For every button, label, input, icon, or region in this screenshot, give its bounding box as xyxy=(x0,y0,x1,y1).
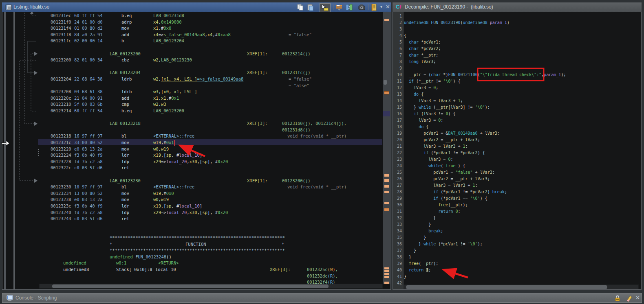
decompiler-line[interactable]: long lVar3; xyxy=(404,59,436,64)
toolbar-separator xyxy=(368,4,368,10)
toolbar-separator xyxy=(333,4,333,10)
decompiler-line[interactable]: if (*pcVar1 != *pcVar2) break; xyxy=(404,189,507,195)
decompiler-line[interactable]: } while (__ptr[lVar3] != '\0'); xyxy=(404,105,490,110)
decompiler-line[interactable]: do { xyxy=(404,92,423,97)
decompiler-line-number: 4 xyxy=(393,33,402,38)
decompiler-line-number: 42 xyxy=(393,280,402,286)
paste-icon[interactable] xyxy=(307,4,314,11)
decompiler-line[interactable]: } while (*pcVar1 != '\0'); xyxy=(404,241,483,247)
decompiler-line-number: 25 xyxy=(393,170,402,175)
decompiler-hscrollbar-thumb[interactable] xyxy=(406,285,607,289)
decompiler-line[interactable]: if (*pcVar1 == '\0') { xyxy=(404,196,487,201)
decompiler-line[interactable]: free(__ptr); xyxy=(404,202,468,208)
decompiler-line-number: 15 xyxy=(393,105,402,110)
decompiler-line-number: 39 xyxy=(393,261,402,266)
decompiler-line-number: 28 xyxy=(393,189,402,195)
decompiler-line[interactable]: return 0; xyxy=(404,209,461,214)
decompiler-line[interactable]: lVar3 = 0; xyxy=(404,157,453,162)
lock-icon[interactable] xyxy=(614,295,621,301)
ghidra-workspace: 001231ec60 ff ff 54b.eqLAB_001231d800123… xyxy=(0,0,644,304)
diff-view-icon[interactable] xyxy=(346,4,353,11)
decompiler-line-number: 6 xyxy=(393,46,402,51)
decompiler-line-number: 23 xyxy=(393,157,402,162)
copy-icon[interactable] xyxy=(297,4,304,11)
decompiler-line-number: 5 xyxy=(393,39,402,45)
decompiler-line-number: 16 xyxy=(393,111,402,116)
decompiler-line-number: 27 xyxy=(393,183,402,188)
decompiler-line-number: 18 xyxy=(393,124,402,129)
decompiler-line[interactable]: char *__ptr; xyxy=(404,52,438,58)
decompiler-line-number: 9 xyxy=(393,66,402,71)
decompiler-line-number: 34 xyxy=(393,228,402,234)
decompiler-line-number: 30 xyxy=(393,202,402,208)
decompiler-line[interactable]: return 1; xyxy=(404,267,431,273)
listing-close-icon[interactable]: ✕ xyxy=(386,4,390,10)
console-titlebar[interactable]: Console - Scripting ✕ xyxy=(2,293,642,303)
decompiler-line[interactable]: lVar3 = lVar3 + 1; xyxy=(404,144,468,149)
decompiler-hscrollbar-track[interactable] xyxy=(404,284,639,289)
decompiler-line[interactable]: pcVar2 = __ptr + lVar3; xyxy=(404,176,490,182)
decompiler-line[interactable]: char *pcVar1; xyxy=(404,39,441,45)
decompiler-line[interactable]: } xyxy=(404,222,431,227)
decompiler-line-number: 2 xyxy=(393,20,402,25)
decompiler-line[interactable]: lVar3 = lVar3 + 1; xyxy=(404,183,478,188)
decompiler-line-number: 37 xyxy=(393,248,402,253)
decompiler-line-number: 40 xyxy=(393,267,402,273)
decompiler-line[interactable]: lVar3 = 0; xyxy=(404,85,438,90)
decompiler-line[interactable]: break; xyxy=(404,228,443,234)
decompiler-line-number: 36 xyxy=(393,241,402,247)
decompiler-line-number: 19 xyxy=(393,131,402,136)
decompiler-line[interactable]: pcVar1 = &DAT_00149aa0 + lVar3; xyxy=(404,131,500,136)
snapshot-camera-icon[interactable] xyxy=(358,4,366,11)
decompiler-line[interactable]: lVar3 = 0; xyxy=(404,118,443,123)
decompiler-line-number: 12 xyxy=(393,85,402,90)
decompiler-line-number: 24 xyxy=(393,163,402,168)
decompiler-line-number: 31 xyxy=(393,209,402,214)
decompiler-line[interactable]: } xyxy=(404,274,406,279)
decompiler-line[interactable]: if (*pcVar1 != *pcVar2) { xyxy=(404,150,485,155)
decompiler-line-number: 41 xyxy=(393,274,402,279)
console-monitor-icon xyxy=(7,295,13,301)
toolbar-separator xyxy=(356,4,356,10)
decompile-window-titlebar[interactable]: Cf Decompile: FUN_00123190 - (libalib.so… xyxy=(393,2,642,12)
listing-window-icon xyxy=(5,4,12,11)
decompiler-line[interactable]: if (*__ptr != '\0') { xyxy=(404,79,461,84)
decompiler-line[interactable]: pcVar2 = __ptr + lVar3; xyxy=(404,137,480,142)
decompiler-line[interactable]: char *pcVar2; xyxy=(404,46,441,51)
decompiler-line[interactable]: { xyxy=(404,33,406,38)
decompiler-line[interactable]: do { xyxy=(404,124,428,129)
decompiler-line-number: 22 xyxy=(393,150,402,155)
decompiler-line[interactable]: if (lVar3 != 0) { xyxy=(404,111,455,116)
dropdown-caret-icon[interactable]: ▾ xyxy=(380,4,382,9)
decompiler-line-number: 3 xyxy=(393,26,402,32)
decompile-window-title: Decompile: FUN_00123190 - (libalib.so) xyxy=(405,4,493,10)
decompiler-line-number: 7 xyxy=(393,52,402,58)
decompiler-lines-layer: 12undefined8 FUN_00123190(undefined8 par… xyxy=(0,0,642,290)
cursor-location-button[interactable] xyxy=(320,3,331,12)
decompiler-line-number: 1 xyxy=(393,13,402,19)
decompiler-line[interactable]: undefined8 FUN_00123190(undefined8 param… xyxy=(404,20,509,25)
decompiler-window-icon: Cf xyxy=(396,4,401,10)
eraser-icon[interactable] xyxy=(625,295,633,302)
decompiler-line-number: 32 xyxy=(393,215,402,221)
decompiler-line[interactable]: while( true ) { xyxy=(404,163,465,168)
decompiler-line[interactable]: free(__ptr); xyxy=(404,261,438,266)
console-close-icon[interactable]: ✕ xyxy=(635,295,640,301)
decompiler-line[interactable]: } xyxy=(404,235,426,240)
decompiler-line[interactable]: } xyxy=(404,254,411,260)
decompiler-line[interactable]: lVar3 = lVar3 + 1; xyxy=(404,98,463,103)
edit-fields-icon[interactable] xyxy=(335,4,343,11)
decompiler-line-number: 33 xyxy=(393,222,402,227)
decompiler-line-number: 26 xyxy=(393,176,402,182)
decompiler-line-number: 21 xyxy=(393,144,402,149)
decompiler-line[interactable]: } xyxy=(404,248,416,253)
listing-window-titlebar[interactable]: Listing: libalib.so xyxy=(2,2,391,12)
decompiler-line-number: 10 xyxy=(393,72,402,77)
decompiler-line[interactable]: pcVar1 = "false" + lVar3; xyxy=(404,170,495,175)
decompiler-line[interactable]: __ptr = (char *)FUN_00121100("\"frida-th… xyxy=(404,72,566,77)
decompiler-line[interactable]: } xyxy=(404,215,436,221)
decompiler-line-number: 20 xyxy=(393,137,402,142)
decompiler-line-number: 38 xyxy=(393,254,402,260)
listing-display-icon[interactable] xyxy=(371,4,378,11)
decompiler-line-number: 13 xyxy=(393,92,402,97)
